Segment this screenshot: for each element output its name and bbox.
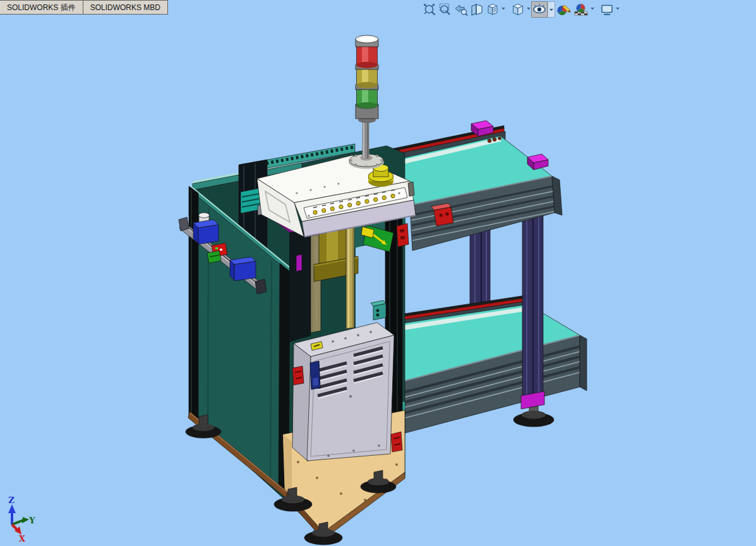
edit-appearance-button[interactable]: [556, 2, 572, 17]
apply-scene-button[interactable]: [573, 2, 589, 17]
annotation-views-icon: [486, 3, 500, 16]
zoom-to-area-icon: [438, 3, 452, 16]
red-bracket[interactable]: [397, 223, 409, 247]
zoom-to-fit-button[interactable]: [422, 2, 437, 17]
tab-solidworks-addins[interactable]: SOLIDWORKS 插件: [0, 0, 83, 15]
apply-scene-icon: [573, 3, 589, 16]
view-settings-monitor-icon: [600, 3, 614, 16]
carriage-block-2[interactable]: [230, 257, 256, 281]
tower-light-red: [357, 46, 378, 68]
previous-view-button[interactable]: [453, 2, 469, 17]
annotation-views-dropdown[interactable]: [501, 1, 506, 18]
view-orientation-cube-icon: [511, 3, 525, 16]
apply-scene-dropdown[interactable]: [590, 1, 595, 18]
z-axis-label: Z: [8, 496, 15, 505]
lead-screw[interactable]: [346, 227, 354, 329]
edit-appearance-sphere-pencil-icon: [556, 3, 572, 16]
tab-solidworks-mbd[interactable]: SOLIDWORKS MBD: [83, 0, 168, 15]
view-settings-dropdown[interactable]: [615, 1, 620, 18]
view-settings-button[interactable]: [599, 2, 615, 17]
cabinet-opening: [356, 238, 385, 335]
view-orientation-dropdown[interactable]: [526, 1, 531, 18]
section-view-button[interactable]: [469, 2, 484, 17]
red-clamp-left[interactable]: [292, 366, 304, 385]
viewport-3d[interactable]: Z Y X: [0, 0, 756, 546]
tower-light-yellow: [357, 68, 378, 88]
zoom-to-area-button[interactable]: [438, 2, 453, 17]
solidworks-window: Z Y X SOLIDWORKS 插件 SOLIDWORKS MBD: [0, 0, 756, 546]
electrical-box[interactable]: [292, 323, 402, 461]
zoom-to-fit-icon: [423, 3, 436, 16]
door-handle[interactable]: [310, 361, 320, 389]
tab-label: SOLIDWORKS MBD: [90, 3, 160, 12]
hide-show-items-button[interactable]: [531, 1, 548, 18]
x-axis-label: X: [19, 534, 26, 543]
previous-view-icon: [454, 3, 468, 16]
y-axis-label: Y: [28, 516, 35, 525]
red-clamp-right[interactable]: [391, 432, 402, 452]
dynamic-annotation-views-button[interactable]: [485, 2, 500, 17]
section-view-icon: [470, 3, 484, 16]
tab-label: SOLIDWORKS 插件: [7, 3, 76, 13]
command-tab-bar: SOLIDWORKS 插件 SOLIDWORKS MBD: [0, 0, 168, 15]
hide-show-items-eye-icon: [532, 3, 546, 16]
magenta-fitting: [296, 254, 302, 271]
panel-slot: [408, 182, 414, 196]
heads-up-view-toolbar: [422, 1, 620, 18]
green-stop-piece[interactable]: [207, 251, 221, 263]
view-orientation-button[interactable]: [510, 2, 525, 17]
hide-show-items-dropdown[interactable]: [548, 1, 555, 18]
tower-light-green: [357, 88, 378, 109]
